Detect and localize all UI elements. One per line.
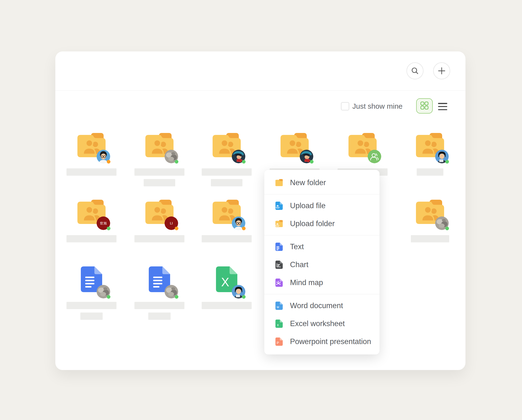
main-window: Just show mine	[55, 51, 465, 370]
filename-skeleton-bar	[66, 235, 116, 242]
list-view-icon	[438, 103, 447, 104]
folder-item[interactable]	[66, 133, 116, 190]
menu-section: w Word document x Excel worksheet P Powe…	[264, 294, 380, 353]
status-dot-green	[310, 160, 314, 164]
menu-item-word[interactable]: w Word document	[264, 297, 380, 315]
folder-item[interactable]	[202, 133, 252, 190]
ppt-icon: P	[274, 337, 284, 346]
grid-view-icon	[420, 101, 429, 111]
excel-icon: x	[274, 319, 284, 328]
word-icon: w	[274, 301, 284, 310]
header-divider	[55, 91, 465, 91]
status-dot-green	[242, 295, 246, 299]
list-view-button[interactable]	[438, 102, 447, 111]
text-icon	[274, 242, 284, 251]
menu-item-text[interactable]: Text	[264, 238, 380, 256]
svg-text:世旭: 世旭	[100, 221, 107, 225]
filename-skeleton-bar	[202, 302, 252, 309]
filename-skeleton-bar	[411, 235, 449, 242]
menu-item-label: Word document	[290, 301, 343, 310]
svg-text:LI: LI	[170, 221, 173, 225]
just-show-mine-checkbox[interactable]	[341, 102, 349, 110]
add-button[interactable]	[433, 62, 450, 79]
upload-file-icon	[274, 201, 284, 210]
status-dot-green	[175, 160, 178, 164]
status-dot-orange	[107, 160, 110, 164]
menu-item-label: Upload file	[290, 201, 325, 210]
status-dot-green	[445, 227, 449, 230]
status-dot-orange	[242, 227, 246, 230]
svg-text:X: X	[221, 275, 229, 289]
menu-item-ppt[interactable]: P Powerpoint presentation	[264, 333, 380, 351]
filename-skeleton-bar	[202, 168, 252, 176]
filename-skeleton-bar	[134, 168, 184, 176]
filename-skeleton-bar	[202, 235, 252, 242]
menu-item-excel[interactable]: x Excel worksheet	[264, 315, 380, 333]
chart-icon	[274, 260, 284, 269]
menu-item-label: Text	[290, 242, 304, 251]
svg-text:w: w	[276, 305, 279, 309]
folder-item[interactable]	[405, 200, 455, 257]
just-show-mine-label: Just show mine	[352, 102, 403, 111]
plus-icon	[438, 67, 446, 75]
mindmap-icon	[274, 278, 284, 287]
folder-item[interactable]: LI	[134, 200, 184, 257]
filename-skeleton-bar	[417, 168, 443, 176]
folder-item[interactable]	[134, 133, 184, 190]
menu-item-label: New folder	[290, 178, 326, 187]
status-dot-green	[107, 227, 110, 230]
filename-skeleton-bar	[134, 235, 184, 242]
menu-item-label: Mind map	[290, 278, 323, 287]
status-dot-orange	[175, 227, 178, 230]
menu-item-label: Excel worksheet	[290, 319, 345, 328]
filename-skeleton-bar	[134, 302, 184, 309]
folder-item[interactable]: 世旭	[66, 200, 116, 257]
file-item[interactable]	[134, 266, 184, 323]
search-icon	[411, 67, 419, 75]
menu-section: New folder	[264, 171, 380, 194]
folder-item[interactable]	[405, 133, 455, 190]
upload-folder-icon	[274, 219, 284, 228]
status-dot-green	[175, 295, 178, 299]
menu-item-label: Powerpoint presentation	[290, 337, 371, 346]
filename-skeleton-bar	[148, 313, 171, 320]
menu-item-mindmap[interactable]: Mind map	[264, 274, 380, 292]
file-item[interactable]: X	[202, 266, 252, 323]
filename-skeleton-bar	[66, 168, 116, 176]
menu-item-label: Upload folder	[290, 219, 335, 228]
file-item[interactable]	[66, 266, 116, 323]
menu-section: Upload file Upload folder	[264, 194, 380, 235]
svg-text:P: P	[277, 341, 279, 345]
menu-item-label: Chart	[290, 260, 308, 269]
folder-item[interactable]	[202, 200, 252, 257]
menu-section: Text Chart Mind map	[264, 235, 380, 294]
status-dot-green	[445, 160, 449, 164]
status-dot-green	[107, 295, 110, 299]
menu-item-upload-folder[interactable]: Upload folder	[264, 215, 380, 233]
filename-skeleton-bar	[211, 179, 242, 186]
create-new-dropdown-menu: New folder Upload file Upload folder Tex…	[264, 170, 380, 354]
svg-text:x: x	[277, 323, 279, 327]
menu-item-new-folder[interactable]: New folder	[264, 174, 380, 192]
filename-skeleton-bar	[66, 302, 116, 309]
search-button[interactable]	[406, 62, 423, 79]
menu-item-upload-file[interactable]: Upload file	[264, 197, 380, 215]
filename-skeleton-bar	[80, 313, 103, 320]
status-dot-green	[242, 160, 246, 164]
menu-item-chart[interactable]: Chart	[264, 256, 380, 274]
new-folder-icon	[274, 178, 284, 187]
grid-view-button[interactable]	[416, 98, 433, 114]
owner-avatar-group	[368, 150, 381, 163]
filename-skeleton-bar	[144, 179, 175, 186]
